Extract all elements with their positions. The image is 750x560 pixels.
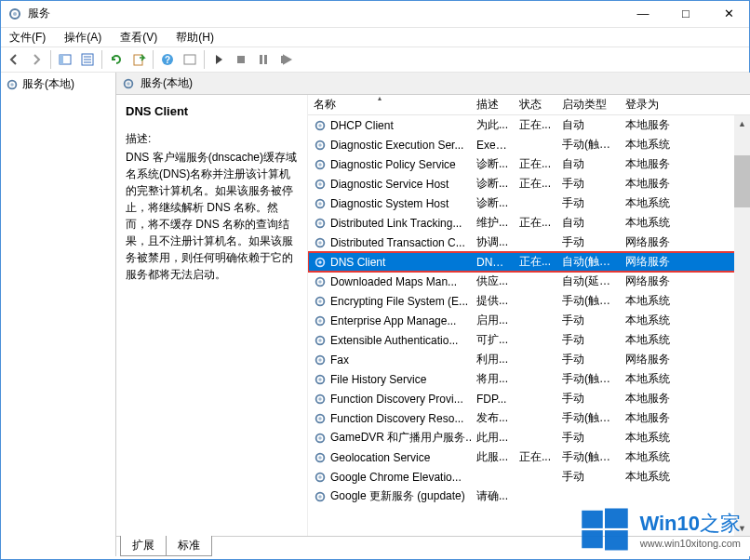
service-row[interactable]: Distributed Link Tracking...维护...正在...自动… [308,213,750,233]
menu-help[interactable]: 帮助(H) [170,30,220,46]
menu-file[interactable]: 文件(F) [4,30,51,46]
service-startup: 自动 [556,215,620,231]
service-row[interactable]: Distributed Transaction C...协调...手动网络服务 [308,233,750,252]
refresh-button[interactable] [106,49,127,70]
col-description[interactable]: 描述 [471,97,514,113]
service-logon: 本地服务 [620,117,692,133]
help-button[interactable]: ? [157,49,178,70]
service-logon: 网络服务 [620,234,692,250]
pause-service-button[interactable] [253,49,274,70]
svg-text:?: ? [165,55,170,65]
gear-icon [314,314,327,327]
service-row[interactable]: Diagnostic Service Host诊断...正在...手动本地服务 [308,174,750,193]
service-row[interactable]: Enterprise App Manage...启用...手动本地系统 [308,311,750,330]
scroll-down-icon[interactable]: ▼ [734,520,750,536]
service-desc: 此用... [471,430,514,446]
service-logon: 本地系统 [620,430,692,446]
start-service-button[interactable] [208,49,229,70]
gear-icon [314,236,327,249]
tree-item-services-local[interactable]: 服务(本地) [0,74,115,94]
service-desc: FDP... [471,393,514,406]
col-startup[interactable]: 启动类型 [556,97,620,113]
minimize-button[interactable]: — [622,0,664,28]
svg-point-46 [318,378,322,381]
service-row[interactable]: File History Service将用...手动(触发...本地系统 [308,369,750,389]
gear-icon [314,412,327,425]
service-row[interactable]: Google 更新服务 (gupdate)请确... [308,487,750,506]
service-name: Geolocation Service [330,451,430,464]
service-name: Function Discovery Provi... [330,393,463,406]
svg-point-1 [13,12,17,16]
restart-service-button[interactable] [275,49,296,70]
gear-icon [122,77,135,90]
service-row[interactable]: Google Chrome Elevatio...手动本地系统 [308,467,750,487]
service-desc: 为此... [471,117,514,133]
service-row[interactable]: Diagnostic Policy Service诊断...正在...自动本地服… [308,154,750,174]
service-row[interactable]: GameDVR 和广播用户服务...此用...手动本地系统 [308,428,750,447]
service-list: DHCP Client为此...正在...自动本地服务Diagnostic Ex… [308,115,750,536]
menu-view[interactable]: 查看(V) [114,30,163,46]
service-row[interactable]: Function Discovery Reso...发布...手动(触发...本… [308,408,750,428]
service-name: Extensible Authenticatio... [330,334,458,347]
export-button[interactable] [128,49,149,70]
service-row[interactable]: Extensible Authenticatio...可扩...手动本地系统 [308,330,750,350]
service-logon: 本地服务 [620,156,692,172]
service-startup: 手动 [556,332,620,348]
service-desc: 可扩... [471,332,514,348]
svg-rect-13 [260,55,262,64]
svg-rect-3 [60,55,63,64]
scroll-up-icon[interactable]: ▲ [734,115,750,131]
close-button[interactable]: ✕ [707,0,750,28]
vertical-scrollbar[interactable]: ▲ ▼ [734,115,750,536]
service-name: Encrypting File System (E... [330,295,468,308]
gear-icon [314,373,327,386]
menu-action[interactable]: 操作(A) [59,30,107,46]
toolbar: ? [0,47,750,73]
service-row[interactable]: Geolocation Service此服...正在...手动(触发...本地系… [308,447,750,467]
maximize-button[interactable]: □ [664,0,707,28]
tree-item-label: 服务(本地) [22,76,74,92]
tab-standard[interactable]: 标准 [166,536,212,556]
back-button[interactable] [4,49,24,70]
service-startup: 手动 [556,430,620,446]
service-row[interactable]: DNS ClientDNS...正在...自动(触发...网络服务 [308,252,750,272]
svg-point-32 [318,241,322,245]
service-row[interactable]: DHCP Client为此...正在...自动本地服务 [308,115,750,135]
svg-point-52 [318,436,322,440]
tab-extended[interactable]: 扩展 [120,536,167,556]
service-row[interactable]: Function Discovery Provi...FDP...手动本地服务 [308,389,750,408]
service-desc: 维护... [471,215,514,231]
col-status[interactable]: 状态 [514,97,556,113]
scroll-thumb[interactable] [734,155,750,207]
stop-service-button[interactable] [231,49,251,70]
window-title: 服务 [28,6,622,21]
service-desc: 诊断... [471,156,514,172]
service-row[interactable]: Fax利用...手动网络服务 [308,350,750,369]
service-row[interactable]: Diagnostic Execution Ser...Exec...手动(触发.… [308,135,750,154]
service-logon: 网络服务 [620,352,692,367]
col-logon[interactable]: 登录为 [620,97,692,113]
service-name: Google Chrome Elevatio... [330,471,462,484]
service-startup: 手动(触发... [556,137,620,153]
service-name: Fax [330,353,349,367]
gear-icon [314,432,327,445]
service-status: 正在... [514,449,556,465]
service-row[interactable]: Downloaded Maps Man...供应...自动(延迟...网络服务 [308,272,750,291]
toolbar-icon[interactable] [180,49,200,70]
service-logon: 本地系统 [620,137,692,153]
service-row[interactable]: Diagnostic System Host诊断...手动本地系统 [308,193,750,213]
col-name[interactable]: 名称 [308,97,471,113]
properties-button[interactable] [77,49,98,70]
gear-icon [314,393,327,406]
service-logon: 本地系统 [620,293,692,309]
service-status: 正在... [514,156,556,172]
gear-icon [314,119,327,132]
forward-button[interactable] [26,49,47,70]
show-hide-tree-button[interactable] [55,49,75,70]
service-row[interactable]: Encrypting File System (E...提供...手动(触发..… [308,291,750,311]
service-logon: 网络服务 [620,254,692,270]
gear-icon [314,197,327,210]
service-desc: 发布... [471,410,514,426]
service-startup: 手动 [556,195,620,211]
service-logon: 本地服务 [620,176,692,192]
